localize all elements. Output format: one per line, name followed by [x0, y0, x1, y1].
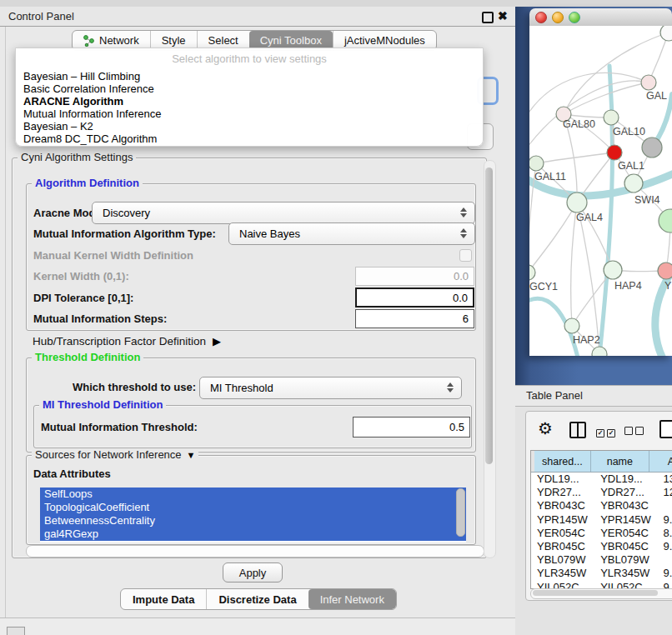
- network-node[interactable]: [529, 156, 544, 171]
- table-cell[interactable]: YBL079W: [595, 553, 656, 567]
- table-cell[interactable]: YBR043C: [595, 499, 656, 512]
- list-item-selfloops[interactable]: SelfLoops: [40, 488, 466, 501]
- close-traffic-light-icon[interactable]: [535, 12, 547, 23]
- table-cell[interactable]: YER054C: [531, 527, 595, 540]
- unchecked-pair-icon[interactable]: [624, 425, 646, 438]
- table-cell[interactable]: 9.: [657, 567, 672, 580]
- which-threshold-combo[interactable]: MI Threshold: [199, 377, 462, 399]
- table-cell[interactable]: 9.: [657, 513, 672, 527]
- network-edge[interactable]: [577, 202, 599, 354]
- column-header-shared[interactable]: shared...: [534, 451, 591, 472]
- network-node[interactable]: [607, 145, 622, 160]
- dropdown-item[interactable]: Dream8 DC_TDC Algorithm: [16, 132, 483, 145]
- table-cell[interactable]: [657, 553, 672, 567]
- hub-definition-expander[interactable]: Hub/Transcription Factor Definition▶: [33, 335, 221, 348]
- network-node[interactable]: [604, 110, 619, 125]
- table-row[interactable]: YDR27...YDR27...12: [531, 486, 672, 499]
- mi-threshold-title: MI Threshold Definition: [39, 398, 166, 411]
- checked-pair-icon[interactable]: ✓✓: [596, 425, 618, 438]
- horizontal-scrollbar[interactable]: [26, 545, 484, 558]
- network-window-titlebar[interactable]: [529, 8, 672, 27]
- mi-type-combo[interactable]: Naive Bayes: [228, 222, 475, 245]
- network-node[interactable]: [567, 192, 587, 212]
- network-edge[interactable]: [564, 82, 649, 114]
- column-header-cut[interactable]: A: [649, 451, 672, 472]
- apply-button[interactable]: Apply: [223, 562, 283, 582]
- table-cell[interactable]: YDR27...: [595, 486, 656, 499]
- table-row[interactable]: YER054CYER054C8.: [531, 527, 672, 540]
- table-cell[interactable]: YDL19...: [531, 472, 595, 486]
- kernel-width-field[interactable]: [355, 267, 474, 286]
- table-cell[interactable]: YBL079W: [531, 553, 595, 567]
- dropdown-item[interactable]: Bayesian – K2: [16, 120, 483, 132]
- table-cell[interactable]: YBR045C: [595, 540, 656, 553]
- table-horizontal-scrollbar[interactable]: [530, 588, 672, 599]
- table-row[interactable]: YPR145WYPR145W9.: [531, 513, 672, 527]
- network-node[interactable]: [659, 209, 672, 232]
- tab-infer-network[interactable]: Infer Network: [308, 589, 396, 609]
- network-edge[interactable]: [599, 66, 613, 356]
- list-item-betweennesscentrality[interactable]: BetweennessCentrality: [40, 514, 466, 528]
- network-edge[interactable]: [529, 81, 649, 151]
- tab-discretize-data[interactable]: Discretize Data: [206, 589, 308, 609]
- table-cell[interactable]: 9.: [657, 540, 672, 553]
- zoom-traffic-light-icon[interactable]: [569, 12, 580, 23]
- document-icon[interactable]: [659, 420, 672, 438]
- table-cell[interactable]: YPR145W: [595, 513, 656, 527]
- list-item-gal4rgexp[interactable]: gal4RGexp: [40, 528, 466, 541]
- list-scrollbar[interactable]: [456, 488, 465, 537]
- manual-kernel-checkbox[interactable]: [459, 249, 472, 262]
- sources-title[interactable]: Sources for Network Inference▼: [32, 448, 198, 461]
- table-cell[interactable]: YBR045C: [531, 540, 595, 553]
- table-row[interactable]: YLR345WYLR345W9.: [531, 567, 672, 580]
- table-cell[interactable]: YER054C: [595, 527, 656, 540]
- table-cell[interactable]: YPR145W: [531, 513, 595, 527]
- table-cell[interactable]: YLR345W: [595, 567, 656, 580]
- gear-icon[interactable]: ⚙: [538, 418, 553, 438]
- network-node[interactable]: [624, 174, 643, 192]
- column-header-name[interactable]: name: [591, 451, 649, 472]
- minimize-traffic-light-icon[interactable]: [552, 12, 564, 23]
- dropdown-item-aracne[interactable]: ARACNE Algorithm: [16, 95, 483, 108]
- tab-infer-network-label: Infer Network: [320, 593, 384, 606]
- aracne-mode-combo[interactable]: Discovery: [92, 202, 475, 224]
- table-row[interactable]: YBR043CYBR043C: [531, 499, 672, 512]
- dpi-tolerance-field[interactable]: [355, 288, 474, 308]
- network-node[interactable]: [529, 265, 535, 280]
- table-cell[interactable]: YLR345W: [531, 567, 595, 580]
- network-node[interactable]: [658, 262, 672, 279]
- float-window-icon[interactable]: [482, 12, 494, 23]
- scrollbar-thumb[interactable]: [485, 168, 493, 464]
- network-edge[interactable]: [536, 152, 614, 163]
- table-cell[interactable]: YDR27...: [531, 486, 595, 499]
- split-column-icon[interactable]: [569, 422, 586, 438]
- network-node[interactable]: [564, 318, 579, 333]
- table-cell[interactable]: 13: [657, 472, 672, 486]
- table-cell[interactable]: 8.: [657, 527, 672, 540]
- mi-threshold-field[interactable]: [353, 417, 470, 438]
- network-node[interactable]: [660, 26, 672, 41]
- close-icon[interactable]: ✖: [498, 9, 508, 22]
- network-node[interactable]: [642, 138, 662, 158]
- dropdown-item[interactable]: Bayesian – Hill Climbing: [16, 70, 483, 82]
- table-cell[interactable]: YDL19...: [595, 472, 656, 486]
- table-row[interactable]: YBL079WYBL079W: [531, 553, 672, 567]
- network-canvas[interactable]: GALGAL80GAL10GAL1GAL11SWI4GAL4GCY1HAP4YH…: [529, 26, 672, 356]
- network-node[interactable]: [604, 261, 622, 279]
- table-cell[interactable]: [657, 499, 672, 512]
- dropdown-item[interactable]: Basic Correlation Inference: [16, 82, 483, 95]
- table-cell[interactable]: 12: [657, 486, 672, 499]
- settings-vertical-scrollbar[interactable]: [484, 160, 496, 558]
- tab-impute-data[interactable]: Impute Data: [121, 589, 206, 609]
- scrollbar-thumb[interactable]: [533, 590, 658, 596]
- dropdown-item[interactable]: Mutual Information Inference: [16, 108, 483, 120]
- table-row[interactable]: YDL19...YDL19...13: [531, 472, 672, 486]
- list-item-topologicalcoefficient[interactable]: TopologicalCoefficient: [40, 501, 466, 514]
- collapsed-panel-icon[interactable]: [7, 627, 25, 635]
- table-cell[interactable]: YBR043C: [531, 499, 595, 512]
- network-edge[interactable]: [529, 202, 577, 272]
- table-row[interactable]: YBR045CYBR045C9.: [531, 540, 672, 553]
- mi-threshold-group: MI Threshold Definition Mutual Informati…: [33, 405, 472, 448]
- mi-steps-field[interactable]: [355, 309, 474, 328]
- network-node[interactable]: [641, 75, 656, 90]
